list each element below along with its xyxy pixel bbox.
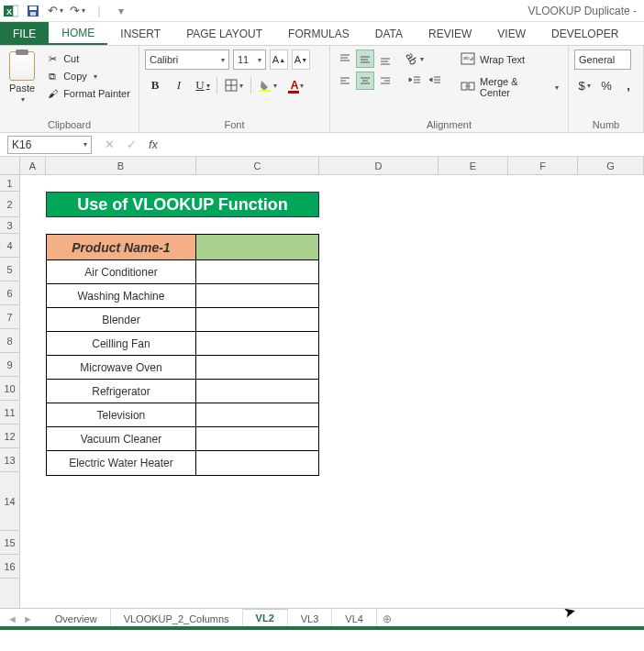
row-head-14[interactable]: 14 <box>0 472 19 531</box>
row-head-15[interactable]: 15 <box>0 531 19 555</box>
sheet-nav-prev-icon[interactable]: ◄ <box>7 613 17 624</box>
font-size-select[interactable]: 11▾ <box>233 50 266 70</box>
format-painter-button[interactable]: 🖌 Format Painter <box>44 86 132 101</box>
tab-home[interactable]: HOME <box>49 22 107 45</box>
tab-view[interactable]: VIEW <box>484 22 539 45</box>
col-head-a[interactable]: A <box>20 157 46 174</box>
row-head-16[interactable]: 16 <box>0 555 19 579</box>
tab-insert[interactable]: INSERT <box>107 22 173 45</box>
row-head-8[interactable]: 8 <box>0 329 19 353</box>
copy-label: Copy <box>63 71 87 82</box>
col-head-e[interactable]: E <box>439 157 508 174</box>
result-cell[interactable] <box>196 427 318 451</box>
row-head-5[interactable]: 5 <box>0 258 19 281</box>
col-head-d[interactable]: D <box>319 157 439 174</box>
row-head-6[interactable]: 6 <box>0 281 19 305</box>
col-head-f[interactable]: F <box>508 157 578 174</box>
tab-review[interactable]: REVIEW <box>416 22 484 45</box>
result-cell[interactable] <box>196 308 318 332</box>
align-middle-button[interactable] <box>356 50 374 68</box>
wrap-text-button[interactable]: ab Wrap Text <box>457 50 562 70</box>
italic-button[interactable]: I <box>169 75 189 95</box>
increase-font-button[interactable]: A▲ <box>270 50 288 70</box>
sheet-nav-next-icon[interactable]: ► <box>23 613 33 624</box>
product-name-cell[interactable]: Washing Machine <box>47 284 196 308</box>
align-right-button[interactable] <box>376 72 394 90</box>
font-name-select[interactable]: Calibri▾ <box>145 50 229 70</box>
product-name-cell[interactable]: Ceilling Fan <box>47 332 196 356</box>
cut-button[interactable]: ✂ Cut <box>44 51 132 66</box>
enter-formula-icon[interactable]: ✓ <box>123 137 139 153</box>
product-name-cell[interactable]: Refrigerator <box>47 380 196 403</box>
percent-button[interactable]: % <box>596 75 616 95</box>
result-cell[interactable] <box>196 332 318 356</box>
product-name-cell[interactable]: Blender <box>47 308 196 332</box>
merge-center-button[interactable]: Merge & Center ▾ <box>457 73 562 101</box>
paste-icon <box>9 51 35 81</box>
increase-indent-button[interactable] <box>426 72 444 90</box>
tab-data[interactable]: DATA <box>362 22 416 45</box>
tab-formulas[interactable]: FORMULAS <box>275 22 362 45</box>
font-color-button[interactable]: A ▾ <box>284 75 310 95</box>
select-all-corner[interactable] <box>0 157 20 174</box>
product-name-cell[interactable]: Electric Water Heater <box>47 451 196 475</box>
document-title: VLOOKUP Duplicate - <box>528 5 641 17</box>
align-top-button[interactable] <box>336 50 354 68</box>
fx-icon[interactable]: fx <box>145 137 161 153</box>
paste-button[interactable]: Paste ▾ <box>6 50 39 105</box>
align-left-button[interactable] <box>336 72 354 90</box>
undo-icon[interactable]: ↶▾ <box>48 4 62 18</box>
name-box[interactable]: K16 ▾ <box>7 136 92 154</box>
tab-developer[interactable]: DEVELOPER <box>539 22 631 45</box>
result-cell[interactable] <box>196 451 318 475</box>
row-head-1[interactable]: 1 <box>0 175 19 192</box>
row-head-9[interactable]: 9 <box>0 353 19 377</box>
borders-button[interactable]: ▾ <box>221 75 247 95</box>
number-format-select[interactable]: General <box>574 50 631 70</box>
save-icon[interactable] <box>26 4 40 18</box>
result-cell[interactable] <box>196 260 318 284</box>
formula-input[interactable] <box>167 136 644 154</box>
row-head-7[interactable]: 7 <box>0 305 19 329</box>
col-head-b[interactable]: B <box>46 157 196 174</box>
redo-icon[interactable]: ↷▾ <box>70 4 84 18</box>
grid[interactable]: Use of VLOOKUP Function Product Name-1 A… <box>20 175 644 630</box>
bold-button[interactable]: B <box>145 75 165 95</box>
result-cell[interactable] <box>196 284 318 308</box>
col-head-g[interactable]: G <box>578 157 644 174</box>
paste-dropdown-icon[interactable]: ▾ <box>21 95 25 104</box>
tab-pagelayout[interactable]: PAGE LAYOUT <box>173 22 275 45</box>
underline-button[interactable]: U▾ <box>193 75 213 95</box>
product-name-cell[interactable]: Television <box>47 403 196 427</box>
font-group-label: Font <box>145 117 324 130</box>
tab-file[interactable]: FILE <box>0 22 49 45</box>
decrease-font-button[interactable]: A▼ <box>292 50 310 70</box>
row-head-2[interactable]: 2 <box>0 192 19 217</box>
row-head-12[interactable]: 12 <box>0 425 19 448</box>
align-center-button[interactable] <box>356 72 374 90</box>
row-head-10[interactable]: 10 <box>0 377 19 401</box>
comma-button[interactable]: , <box>618 75 638 95</box>
product-name-cell[interactable]: Vacuum Cleaner <box>47 427 196 451</box>
cancel-formula-icon[interactable]: ✕ <box>101 137 117 153</box>
align-bottom-button[interactable] <box>376 50 394 68</box>
col-head-c[interactable]: C <box>196 157 319 174</box>
currency-button[interactable]: $▾ <box>574 75 594 95</box>
qat-customize-icon[interactable]: ▾ <box>114 4 128 18</box>
copy-button[interactable]: ⧉ Copy ▾ <box>44 69 132 83</box>
row-head-11[interactable]: 11 <box>0 401 19 425</box>
svg-rect-1 <box>13 6 18 17</box>
fill-color-button[interactable]: ▾ <box>255 75 281 95</box>
result-cell[interactable] <box>196 403 318 427</box>
row-head-4[interactable]: 4 <box>0 234 19 258</box>
row-head-3[interactable]: 3 <box>0 217 19 234</box>
result-cell[interactable] <box>196 356 318 380</box>
row-head-13[interactable]: 13 <box>0 448 19 472</box>
row-headers: 12345678910111213141516 <box>0 175 20 630</box>
result-cell[interactable] <box>196 380 318 403</box>
add-sheet-button[interactable]: ⊕ <box>377 612 397 625</box>
product-name-cell[interactable]: Microwave Oven <box>47 356 196 380</box>
orientation-button[interactable]: ab▾ <box>405 50 424 68</box>
decrease-indent-button[interactable] <box>405 72 424 90</box>
product-name-cell[interactable]: Air Conditioner <box>47 260 196 284</box>
